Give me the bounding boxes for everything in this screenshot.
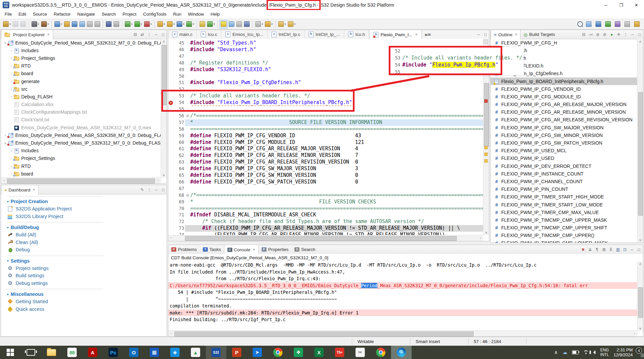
menu-navigate[interactable]: Navigate [74,10,98,19]
hide-static-icon[interactable]: ⊘ [601,30,608,39]
occurrence-marker[interactable] [484,159,488,163]
menu-window[interactable]: Window [185,10,207,19]
code-line-45[interactable]: 45#include "Std_Types.h" [168,40,483,47]
tab-project-explorer[interactable]: Project Explorer✕ [1,30,53,39]
occurrence-marker[interactable] [484,153,488,156]
console-tab-console[interactable]: CConsole✕ [224,245,259,254]
edit-icon[interactable]: ✎ [139,185,146,194]
perspective-cc-icon[interactable] [595,20,602,28]
redo-icon[interactable] [94,20,101,28]
snipping-tool[interactable]: ✂ [350,346,370,359]
outline-item[interactable]: #FLEXIO_PWM_IP_CHANNEL_COUNT [491,178,637,185]
tree-item-rtd[interactable]: ›RTD [1,62,161,70]
language-indicator[interactable]: ENGINTL [600,348,609,357]
grid-app[interactable]: ▦ [144,346,165,359]
outline-item[interactable]: #FLEXIO_PWM_IP_CFG_H [491,39,637,47]
excel[interactable]: X [309,346,329,359]
view-menu-icon[interactable]: ⋮ [146,185,153,194]
new-folder-icon[interactable] [63,20,71,28]
console-line-1[interactable]: arm-none-eabi-gcc @RTD/src/CDD_Mcl.args … [170,262,637,269]
outline-item[interactable]: #FLEXIO_PWM_IP_CFG_MODULE_ID [491,93,637,100]
outline-item[interactable]: Flexio_Pwm_Ip_BOARD_InitPeripherals_PBcf… [491,77,637,85]
dropdown-caret-icon[interactable]: ▾ [271,23,273,26]
photoshop[interactable]: Ps [103,346,123,359]
console-line-6[interactable]: | ^~~~~~~~~~~~~~~~~~~~~~~~~~~~~~~~~~~~~~… [170,296,637,303]
open-console-icon[interactable]: ⊡ [621,245,628,254]
word-wrap-icon[interactable]: ¶ [594,245,601,254]
console-line-4[interactable]: C:/Users/nxf77952/workspaceS32DS.3.5__RT… [168,282,637,289]
code-line-69[interactable]: 69* FILE VERSION CHECKS [168,199,483,205]
speaker-icon[interactable] [593,351,596,354]
dashboard-link-build-all-[interactable]: Build (All) [1,231,167,239]
outline-item[interactable]: #FLEXIO_PWM_IP_CFG_VENDOR_ID [491,85,637,93]
tree-item-emios-dutycycle-period-meas-asr-s32k358-[interactable]: ›Emios_DutyCycle_Period_Meas_ASR_S32K358… [1,131,161,139]
minimize-view-icon[interactable]: ─ [153,30,160,39]
close-icon[interactable]: ✕ [47,33,50,36]
outline-item[interactable]: #FLEXIO_PWM_IP_TIMER_CMP_MAX_VALUE [491,208,637,216]
acrobat[interactable]: A [82,346,103,359]
console-line-3[interactable]: from ../RTD/src/Flexio_Pwm_Ip_Irq.c:43: [170,275,637,282]
editor-tab-icu-c[interactable]: cIcu.c [197,30,222,39]
wifi-icon[interactable] [583,350,589,354]
code-line-68[interactable]: 68⊖/*===================================… [168,192,483,199]
green-app[interactable]: ❖ [288,346,309,359]
dashboard-link-debug[interactable]: Debug [1,246,167,254]
code-line-52[interactable]: 52 [168,86,483,93]
editor-tab-intctrl-ip-[interactable]: hIntCtrl_Ip_... [305,30,345,39]
perspective-config-icon[interactable] [614,20,621,28]
open-console-icon[interactable] [105,20,113,28]
fold-icon[interactable]: ⊖ [185,113,190,119]
menu-help[interactable]: Help [207,10,223,19]
collapsed-arrow-icon[interactable]: › [9,64,14,68]
collapsed-arrow-icon[interactable]: › [9,79,14,83]
hide-fields-icon[interactable]: ⊘ [594,30,601,39]
outline-item[interactable]: #FLEXIO_PWM_IP_TIMER_START_HIGH_MODE [491,193,637,201]
bookmark-icon[interactable] [199,20,206,28]
menu-configtools[interactable]: ConfigTools [140,10,170,19]
forward-icon[interactable]: ▾ [287,20,296,28]
outline-item[interactable]: #FLEXIO_PWM_IP_CFG_AR_RELEASE_MAJOR_VERS… [491,101,637,108]
task-view-button[interactable] [21,346,41,359]
code-line-73[interactable]: 73 #if ((FLEXIO_PWM_IP_CFG_AR_RELEASE_MA… [168,225,483,232]
outline-item[interactable]: #FLEXIO_PWM_IP_CFG_AR_RELEASE_MINOR_VERS… [491,108,637,116]
maximize-view-icon[interactable]: □ [482,30,489,39]
start-button[interactable] [0,346,21,359]
dropdown-caret-icon[interactable]: ▾ [150,23,152,26]
maximize-button[interactable]: ❐ [613,0,629,10]
outline-item[interactable]: #FLEXIO_PWM_IP_DEV_ERROR_DETECT [491,162,637,170]
tree-item-rtd[interactable]: ›RTD [1,162,161,170]
tree-item-includes[interactable]: ›Includes [1,47,161,54]
code-line-65[interactable]: 65#define FLEXIO_PWM_IP_CFG_SW_MINOR_VER… [168,172,483,179]
console-vscrollbar[interactable]: ∧ ∨ [637,261,643,331]
highlight-icon[interactable] [219,20,228,29]
error-marker-icon[interactable]: ✕ [169,101,173,105]
terminate-icon[interactable]: ✖ [580,245,587,254]
dropdown-caret-icon[interactable]: ▾ [61,23,62,26]
clear-console-icon[interactable]: ⊞ [601,245,607,254]
scroll-lock-icon[interactable]: ⇊ [587,245,594,254]
perspective-other-icon[interactable] [623,20,631,28]
dropdown-caret-icon[interactable]: ▾ [9,23,11,26]
outline-item[interactable]: #FLEXIO_PWM_IP_USED_MCL [491,147,637,155]
editor-tab-emios-icu-ip-[interactable]: cEmios_Icu_Ip... [221,30,268,39]
outline-item[interactable]: #FLEXIO_PWM_IP_TIMER_START_LOW_MODE [491,201,637,208]
dashboard-link-quick-access[interactable]: Quick access [1,305,167,313]
code-line-53[interactable]: 53/* Include all variants header files. … [168,93,483,99]
dashboard-link-s32ds-library-project[interactable]: S32DS Library Project [1,213,167,220]
section-collapse-icon[interactable]: ▾ [7,226,9,229]
tab-outline[interactable]: ≡ Outline✕ [491,30,521,39]
collapse-all-icon[interactable]: ⊟ [580,30,587,39]
debug-icon[interactable]: ▾ [124,20,133,28]
battery-icon[interactable] [572,350,579,354]
collapsed-arrow-icon[interactable]: › [9,157,14,160]
show-whitespace-icon[interactable] [235,20,243,28]
close-button[interactable]: ✕ [629,0,644,10]
maximize-view-icon[interactable]: □ [635,245,642,254]
collapsed-arrow-icon[interactable]: › [9,87,14,91]
collapsed-arrow-icon[interactable]: › [9,95,14,98]
close-icon[interactable]: ✕ [415,33,418,36]
dashboard-section-build-debug[interactable]: ▾Build/Debug [1,224,167,231]
dropdown-caret-icon[interactable]: ▾ [173,23,175,26]
powerpoint[interactable]: P [226,346,247,359]
photos[interactable]: ▲ [185,346,206,359]
